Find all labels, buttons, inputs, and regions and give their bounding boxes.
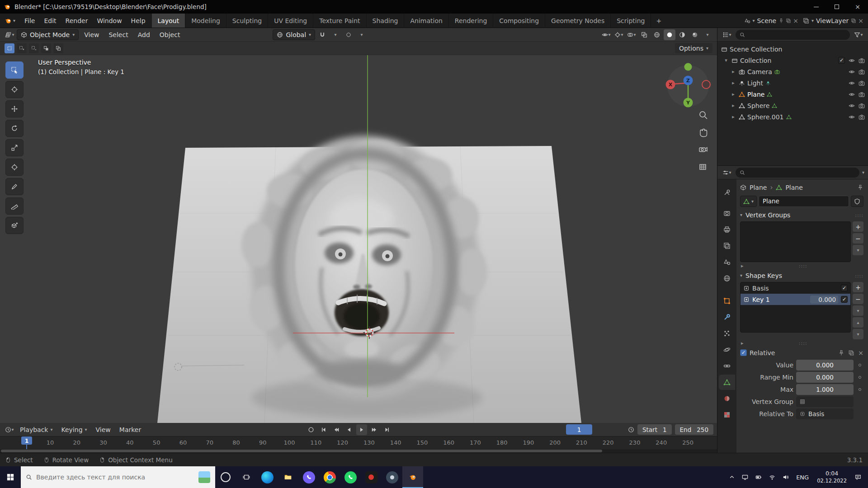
clear-shape-keys-icon[interactable]: × — [858, 349, 863, 357]
shape-key-row-basis[interactable]: Basis ✓ — [741, 282, 850, 294]
menu-playback[interactable]: Playback▾ — [16, 426, 57, 433]
viewlayer-selector[interactable]: ▾ ViewLayer × — [803, 17, 863, 24]
select-mode-extend-button[interactable] — [17, 43, 27, 53]
resize-grip[interactable]: :::: — [799, 263, 807, 269]
gizmo-axis-neg-x[interactable] — [702, 80, 710, 89]
tool-scale[interactable] — [5, 139, 24, 156]
minimize-button[interactable] — [806, 0, 826, 14]
outliner-row-light[interactable]: ▸ Light — [717, 77, 868, 89]
cortana-button[interactable] — [215, 466, 236, 488]
remove-viewlayer-icon[interactable]: × — [858, 17, 863, 24]
camera-visibility-icon[interactable] — [859, 91, 865, 98]
select-mode-invert-button[interactable] — [41, 43, 51, 53]
shading-rendered-button[interactable] — [689, 29, 701, 40]
blender-menu-button[interactable]: ▾ — [0, 14, 20, 28]
wifi-icon[interactable] — [765, 466, 779, 488]
outliner-search-input[interactable] — [748, 31, 846, 38]
tab-physics[interactable] — [719, 342, 735, 357]
next-keyframe-button[interactable] — [369, 424, 380, 435]
proportional-editing-button[interactable] — [343, 29, 354, 40]
tab-geometry-nodes[interactable]: Geometry Nodes — [545, 14, 611, 28]
tab-output[interactable] — [719, 222, 735, 237]
animate-decorator[interactable] — [856, 376, 863, 379]
panel-grip[interactable]: :::: — [855, 273, 863, 279]
camera-visibility-icon[interactable] — [859, 114, 865, 120]
shape-key-row-key1[interactable]: Key 1 0.000 ✓ — [741, 294, 850, 305]
camera-visibility-icon[interactable] — [859, 57, 865, 64]
tab-modeling[interactable]: Modeling — [185, 14, 226, 28]
outliner-row-collection[interactable]: ▾ Collection ✓ — [717, 55, 868, 66]
tab-constraints[interactable] — [719, 358, 735, 374]
expand-icon[interactable]: ▸ — [741, 263, 744, 269]
prev-keyframe-button[interactable] — [331, 424, 342, 435]
pin-icon[interactable] — [838, 350, 844, 356]
chrome-app-button[interactable] — [319, 466, 340, 488]
add-workspace-button[interactable]: + — [651, 14, 666, 28]
outliner-editor-type-button[interactable]: ▾ — [721, 29, 733, 40]
whatsapp-app-button[interactable] — [340, 466, 361, 488]
editor-type-button[interactable]: ▾ — [4, 29, 15, 40]
vertex-groups-panel-header[interactable]: ▾ Vertex Groups :::: — [740, 209, 863, 221]
menu-keying[interactable]: Keying▾ — [57, 426, 91, 433]
new-viewlayer-icon[interactable] — [851, 18, 856, 23]
timeline-scrollbar[interactable] — [0, 449, 717, 453]
language-indicator[interactable]: ENG — [793, 466, 812, 488]
menu-add[interactable]: Add — [134, 31, 154, 38]
media-app-button[interactable] — [361, 466, 382, 488]
animate-decorator[interactable] — [856, 388, 863, 391]
collection-checkbox[interactable]: ✓ — [838, 57, 845, 64]
tab-compositing[interactable]: Compositing — [493, 14, 545, 28]
steam-app-button[interactable] — [382, 466, 402, 488]
range-min-field[interactable]: 0.000 — [796, 372, 854, 383]
monitor-icon[interactable] — [738, 466, 752, 488]
proportional-falloff-button[interactable]: ▾ — [356, 29, 368, 40]
snap-settings-button[interactable]: ▾ — [330, 29, 341, 40]
shape-keys-panel-header[interactable]: ▾ Shape Keys :::: — [740, 269, 863, 282]
search-highlight-icon[interactable] — [198, 471, 210, 483]
end-frame-field[interactable]: End 250 — [675, 424, 713, 435]
shading-solid-button[interactable] — [664, 29, 675, 40]
scrollbar-thumb[interactable] — [1, 450, 602, 452]
tab-scene[interactable] — [719, 254, 735, 270]
select-mode-subtract-button[interactable] — [29, 43, 39, 53]
outliner-row-sphere-001[interactable]: ▸ Sphere.001 — [717, 111, 868, 122]
tab-modifiers[interactable] — [719, 310, 735, 325]
resize-grip[interactable]: :::: — [799, 340, 807, 346]
tab-uv-editing[interactable]: UV Editing — [268, 14, 313, 28]
add-vertex-group-button[interactable]: + — [853, 221, 863, 232]
expand-icon[interactable]: ▸ — [741, 340, 744, 346]
shape-key-specials-button[interactable]: ▾ — [853, 305, 863, 316]
properties-editor-type-button[interactable]: ▾ — [721, 167, 733, 178]
file-explorer-button[interactable] — [278, 466, 298, 488]
tool-cursor[interactable] — [5, 81, 24, 98]
playhead[interactable]: 1 — [21, 436, 32, 449]
play-reverse-button[interactable] — [344, 424, 354, 435]
transform-orientation-dropdown[interactable]: Global ▾ — [273, 29, 315, 40]
camera-visibility-icon[interactable] — [859, 103, 865, 109]
relative-checkbox[interactable]: ✓ — [740, 349, 747, 356]
edge-app-button[interactable] — [257, 466, 278, 488]
volume-icon[interactable] — [779, 466, 793, 488]
use-preview-range-icon[interactable] — [628, 427, 634, 433]
add-shape-key-button[interactable]: + — [853, 282, 863, 292]
eye-icon[interactable] — [849, 80, 855, 86]
mode-dropdown[interactable]: Object Mode ▾ — [17, 29, 79, 40]
tab-shading[interactable]: Shading — [367, 14, 405, 28]
task-view-button[interactable] — [236, 466, 257, 488]
tab-layout[interactable]: Layout — [152, 14, 186, 28]
remove-vertex-group-button[interactable]: − — [853, 233, 863, 244]
menu-marker[interactable]: Marker — [115, 426, 145, 433]
menu-view-timeline[interactable]: View — [92, 426, 115, 433]
properties-search-input[interactable] — [748, 169, 855, 176]
viewport-canvas[interactable]: Z X Y User P — [0, 55, 717, 422]
expand-icon[interactable]: ▸ — [730, 114, 736, 120]
properties-search[interactable] — [736, 168, 859, 178]
camera-visibility-icon[interactable] — [859, 69, 865, 75]
tab-view-layer[interactable] — [719, 238, 735, 253]
tab-animation[interactable]: Animation — [404, 14, 448, 28]
outliner-row-camera[interactable]: ▸ Camera — [717, 66, 868, 77]
tool-rotate[interactable] — [5, 120, 24, 137]
menu-select[interactable]: Select — [104, 31, 132, 38]
move-shape-key-up-button[interactable]: ▴ — [853, 317, 863, 328]
breadcrumb-data[interactable]: Plane — [785, 184, 802, 191]
